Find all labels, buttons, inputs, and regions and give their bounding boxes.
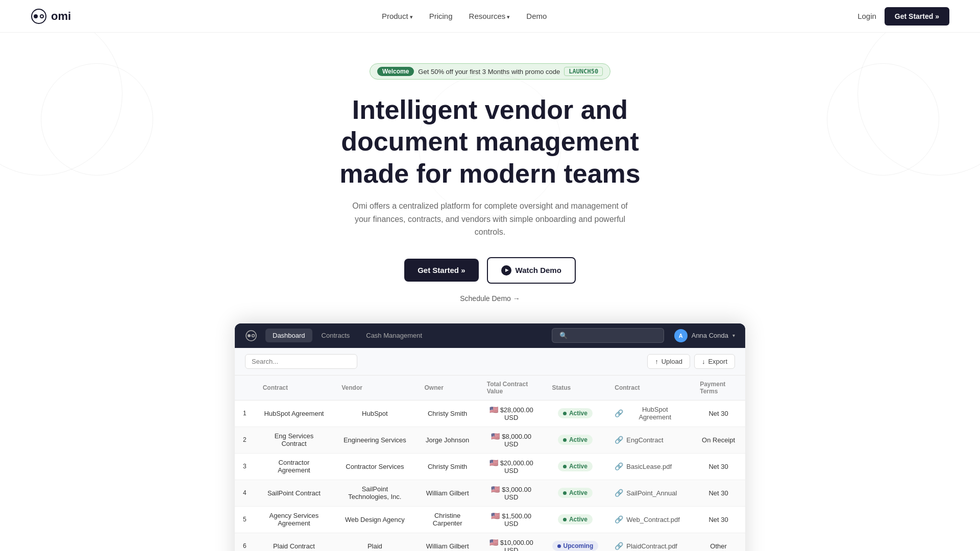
col-payment-terms: Payment Terms xyxy=(692,375,745,400)
dashboard-preview: Dashboard Contracts Cash Management 🔍 A … xyxy=(235,323,745,551)
get-started-hero-button[interactable]: Get Started » xyxy=(404,259,478,282)
nav-resources[interactable]: Resources xyxy=(469,12,510,20)
row-num: 5 xyxy=(235,506,255,533)
export-button[interactable]: ↓ Export xyxy=(694,354,735,369)
table-row[interactable]: 1 HubSpot Agreement HubSpot Christy Smit… xyxy=(235,400,745,427)
row-num: 6 xyxy=(235,533,255,551)
row-status: Active xyxy=(544,506,607,533)
schedule-demo-link[interactable]: Schedule Demo → xyxy=(460,294,520,303)
file-icon: 🔗 xyxy=(615,489,623,497)
nav-demo[interactable]: Demo xyxy=(526,12,547,20)
row-num: 3 xyxy=(235,453,255,480)
row-file[interactable]: 🔗 EngContract xyxy=(606,427,692,453)
nav-pricing[interactable]: Pricing xyxy=(429,12,453,20)
schedule-link-container: Schedule Demo → xyxy=(10,294,970,303)
file-icon: 🔗 xyxy=(615,409,623,417)
user-name: Anna Conda xyxy=(692,332,728,339)
row-terms: On Receipt xyxy=(692,427,745,453)
contracts-table: Contract Vendor Owner Total Contract Val… xyxy=(235,375,745,551)
upload-icon: ↑ xyxy=(655,358,658,365)
row-terms: Net 30 xyxy=(692,506,745,533)
promo-code: LAUNCH50 xyxy=(564,67,603,76)
logo[interactable]: omi xyxy=(31,8,71,24)
row-contract: SailPoint Contract xyxy=(255,480,334,506)
dashboard-logo-icon xyxy=(245,330,257,342)
watch-demo-button[interactable]: Watch Demo xyxy=(487,257,576,284)
row-contract: Agency Services Agreement xyxy=(255,506,334,533)
row-num: 4 xyxy=(235,480,255,506)
login-button[interactable]: Login xyxy=(857,12,876,20)
table-row[interactable]: 5 Agency Services Agreement Web Design A… xyxy=(235,506,745,533)
hero-buttons: Get Started » Watch Demo xyxy=(10,257,970,284)
upload-button[interactable]: ↑ Upload xyxy=(647,354,690,369)
row-file[interactable]: 🔗 PlaidContract.pdf xyxy=(606,533,692,551)
user-avatar: A xyxy=(674,329,688,342)
svg-point-1 xyxy=(34,14,38,18)
logo-icon xyxy=(31,8,47,24)
row-value: 🇺🇸$8,000.00 USD xyxy=(479,427,544,453)
user-chevron: ▾ xyxy=(732,333,735,338)
table-row[interactable]: 4 SailPoint Contract SailPoint Technolog… xyxy=(235,480,745,506)
col-contract-file: Contract xyxy=(606,375,692,400)
table-row[interactable]: 2 Eng Services Contract Engineering Serv… xyxy=(235,427,745,453)
play-icon xyxy=(501,265,511,276)
row-value: 🇺🇸$1,500.00 USD xyxy=(479,506,544,533)
welcome-label: Welcome xyxy=(377,67,414,76)
row-value: 🇺🇸$28,000.00 USD xyxy=(479,400,544,427)
hero-subtext: Omi offers a centralized platform for co… xyxy=(347,199,633,239)
row-status: Active xyxy=(544,400,607,427)
dashboard-search[interactable]: 🔍 xyxy=(552,328,664,343)
welcome-badge: Welcome Get 50% off your first 3 Months … xyxy=(370,63,610,80)
dashboard-navbar: Dashboard Contracts Cash Management 🔍 A … xyxy=(235,323,745,348)
row-owner: Christy Smith xyxy=(416,453,479,480)
row-file[interactable]: 🔗 SailPoint_Annual xyxy=(606,480,692,506)
row-terms: Net 30 xyxy=(692,400,745,427)
db-tab-contracts[interactable]: Contracts xyxy=(314,329,357,342)
row-file[interactable]: 🔗 Web_Contract.pdf xyxy=(606,506,692,533)
row-contract: Eng Services Contract xyxy=(255,427,334,453)
table-row[interactable]: 6 Plaid Contract Plaid William Gilbert 🇺… xyxy=(235,533,745,551)
toolbar-actions: ↑ Upload ↓ Export xyxy=(647,354,735,369)
nav-links: Product Pricing Resources Demo xyxy=(382,12,547,20)
table-search-input[interactable] xyxy=(245,354,357,369)
get-started-nav-button[interactable]: Get Started » xyxy=(885,7,949,26)
row-contract: Plaid Contract xyxy=(255,533,334,551)
navbar: omi Product Pricing Resources Demo Login… xyxy=(0,0,980,33)
welcome-text: Get 50% off your first 3 Months with pro… xyxy=(418,68,560,76)
dashboard-user: A Anna Conda ▾ xyxy=(674,329,735,342)
row-vendor: Web Design Agency xyxy=(333,506,416,533)
row-vendor: HubSpot xyxy=(333,400,416,427)
row-owner: William Gilbert xyxy=(416,533,479,551)
row-value: 🇺🇸$10,000.00 USD xyxy=(479,533,544,551)
svg-point-4 xyxy=(248,334,251,337)
row-num: 1 xyxy=(235,400,255,427)
row-owner: William Gilbert xyxy=(416,480,479,506)
table-row[interactable]: 3 Contractor Agreement Contractor Servic… xyxy=(235,453,745,480)
search-icon: 🔍 xyxy=(559,332,568,339)
col-owner: Owner xyxy=(416,375,479,400)
nav-product[interactable]: Product xyxy=(382,12,413,20)
row-file[interactable]: 🔗 HubSpot Agreement xyxy=(606,400,692,427)
hero-section: Welcome Get 50% off your first 3 Months … xyxy=(0,33,980,551)
row-vendor: Engineering Services xyxy=(333,427,416,453)
export-icon: ↓ xyxy=(702,358,705,365)
row-file[interactable]: 🔗 BasicLease.pdf xyxy=(606,453,692,480)
table-header-row: Contract Vendor Owner Total Contract Val… xyxy=(235,375,745,400)
row-contract: Contractor Agreement xyxy=(255,453,334,480)
nav-right: Login Get Started » xyxy=(857,7,949,26)
row-vendor: Contractor Services xyxy=(333,453,416,480)
db-tab-cash-management[interactable]: Cash Management xyxy=(359,329,429,342)
file-icon: 🔗 xyxy=(615,462,623,470)
row-status: Active xyxy=(544,453,607,480)
row-owner: Christy Smith xyxy=(416,400,479,427)
row-value: 🇺🇸$20,000.00 USD xyxy=(479,453,544,480)
svg-point-5 xyxy=(252,334,255,337)
col-status: Status xyxy=(544,375,607,400)
dashboard-body: ↑ Upload ↓ Export Contract Vendor xyxy=(235,348,745,551)
db-tab-dashboard[interactable]: Dashboard xyxy=(265,329,312,342)
table-body: 1 HubSpot Agreement HubSpot Christy Smit… xyxy=(235,400,745,551)
col-value: Total Contract Value xyxy=(479,375,544,400)
row-terms: Net 30 xyxy=(692,453,745,480)
row-num: 2 xyxy=(235,427,255,453)
row-value: 🇺🇸$3,000.00 USD xyxy=(479,480,544,506)
